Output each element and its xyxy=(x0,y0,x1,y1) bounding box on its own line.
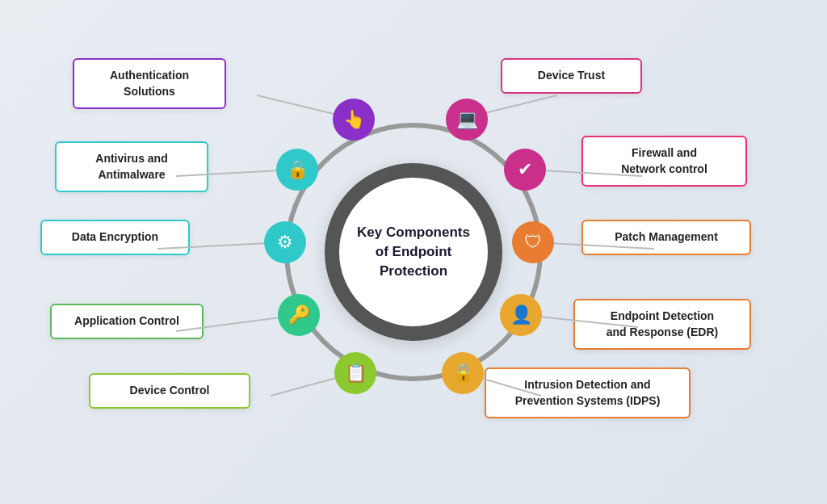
antivirus-label: Antivirus andAntimalware xyxy=(95,152,167,181)
antivirus-box: Antivirus andAntimalware xyxy=(55,141,208,192)
device-trust-label: Device Trust xyxy=(538,69,605,82)
antivirus-icon: 🔒 xyxy=(276,149,318,191)
idps-label: Intrusion Detection andPrevention System… xyxy=(515,378,661,407)
patch-management-label: Patch Management xyxy=(615,230,718,243)
edr-box: Endpoint Detectionand Response (EDR) xyxy=(573,299,751,350)
application-control-label: Application Control xyxy=(74,314,179,327)
authentication-label: Authentication Solutions xyxy=(110,69,189,98)
center-circle: Key Components of Endpoint Protection xyxy=(325,163,502,341)
diagram-container: Key Components of Endpoint Protection 👆 … xyxy=(0,0,827,504)
idps-icon: 🔒 xyxy=(442,352,484,394)
edr-icon: 👤 xyxy=(500,294,542,336)
firewall-icon: ✔ xyxy=(504,149,546,191)
center-text: Key Components of Endpoint Protection xyxy=(357,223,470,280)
patch-management-icon: 🛡 xyxy=(512,221,554,263)
firewall-label: Firewall andNetwork control xyxy=(621,146,707,175)
device-control-label: Device Control xyxy=(130,384,210,397)
authentication-box: Authentication Solutions xyxy=(73,58,226,109)
device-trust-box: Device Trust xyxy=(501,58,642,94)
device-trust-icon: 💻 xyxy=(446,99,488,141)
application-control-box: Application Control xyxy=(50,304,204,339)
data-encryption-label: Data Encryption xyxy=(72,230,158,243)
data-encryption-box: Data Encryption xyxy=(40,220,190,255)
firewall-box: Firewall andNetwork control xyxy=(581,136,747,187)
idps-box: Intrusion Detection andPrevention System… xyxy=(485,368,691,418)
data-encryption-icon: ⚙ xyxy=(264,221,306,263)
device-control-box: Device Control xyxy=(89,373,250,409)
device-control-icon: 📋 xyxy=(334,352,376,394)
authentication-icon: 👆 xyxy=(333,99,375,141)
patch-management-box: Patch Management xyxy=(581,220,751,255)
edr-label: Endpoint Detectionand Response (EDR) xyxy=(607,309,718,338)
application-control-icon: 🔑 xyxy=(278,294,320,336)
